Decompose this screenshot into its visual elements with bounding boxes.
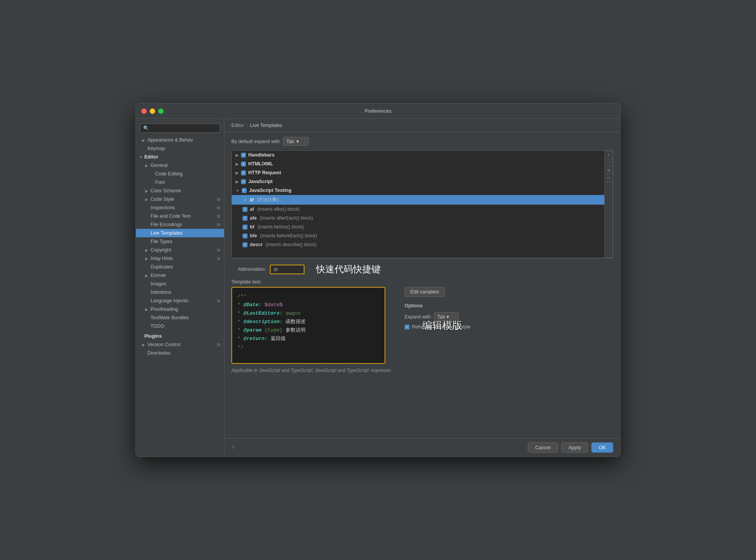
item-checkbox[interactable]: ✓ xyxy=(243,233,248,238)
breadcrumb-current: Live Templates xyxy=(250,123,282,128)
sidebar-item-file-types[interactable]: File Types xyxy=(136,237,224,246)
group-http-request[interactable]: ▶ ✓ HTTP Request xyxy=(232,168,613,177)
sidebar-item-intentions[interactable]: Intentions xyxy=(136,288,224,297)
template-item-bfe[interactable]: ✓ bfe (Inserts beforeEach() block) xyxy=(232,232,613,240)
sidebar-item-label: Editor xyxy=(144,154,158,160)
template-editor[interactable]: /** * @Date: $date$ * @LastEditors: qwgu… xyxy=(231,287,385,364)
preferences-window: Preferences 🔍 ▶ Appearance & Behav Keyma… xyxy=(135,103,621,457)
footer: ? Cancel Apply OK xyxy=(224,438,620,457)
copy-icon: ⧉ xyxy=(217,222,220,227)
expand-arrow-icon: ▶ xyxy=(236,171,239,175)
maximize-button[interactable] xyxy=(158,108,164,114)
help-icon[interactable]: ? xyxy=(231,445,234,450)
sidebar-item-label: File and Code Tem xyxy=(151,213,191,219)
item-abbr: afe xyxy=(250,215,257,221)
abbreviation-input[interactable] xyxy=(270,265,304,274)
arrow-icon xyxy=(145,231,149,235)
sidebar-item-label: Color Scheme xyxy=(151,188,181,193)
sidebar-item-editor[interactable]: ▼ Editor xyxy=(136,153,224,161)
group-html-xml[interactable]: ▶ ✓ HTML/XML xyxy=(232,160,613,168)
sidebar-item-images[interactable]: Images xyxy=(136,280,224,288)
sidebar-item-live-templates[interactable]: Live Templates xyxy=(136,229,224,237)
applicable-text: Applicable in JavaScript and TypeScript;… xyxy=(231,368,613,373)
group-checkbox[interactable]: ✓ xyxy=(241,153,246,158)
apply-button[interactable]: Apply xyxy=(561,442,589,453)
arrow-icon xyxy=(145,206,149,210)
sidebar-item-label: Intentions xyxy=(151,290,171,295)
item-checkbox[interactable]: ✓ xyxy=(243,197,248,202)
item-checkbox[interactable]: ✓ xyxy=(243,216,248,221)
expand-with-value: Tab xyxy=(286,139,294,144)
sidebar-item-label: Inlay Hints xyxy=(151,256,173,261)
remove-template-button[interactable]: − xyxy=(605,159,612,167)
group-checkbox[interactable]: ✓ xyxy=(242,188,247,193)
template-item-afe[interactable]: ✓ afe (Inserts afterEach() block) xyxy=(232,214,613,223)
template-item-descr[interactable]: ✓ descr (Inserts describe() block) xyxy=(232,240,613,249)
sidebar-item-inlay-hints[interactable]: ▶ Inlay Hints ⧉ xyxy=(136,254,224,263)
group-handlebars[interactable]: ▶ ✓ Handlebars xyxy=(232,151,613,160)
copy-icon: ⧉ xyxy=(217,256,220,261)
footer-buttons: Cancel Apply OK xyxy=(528,442,613,453)
template-list: ▶ ✓ Handlebars ▶ ✓ HTML/XML ▶ xyxy=(232,151,613,258)
sidebar-item-color-scheme[interactable]: ▶ Color Scheme xyxy=(136,187,224,195)
item-checkbox[interactable]: ✓ xyxy=(243,225,248,230)
close-button[interactable] xyxy=(141,108,147,114)
sidebar-item-duplicates[interactable]: Duplicates xyxy=(136,263,224,271)
search-box[interactable]: 🔍 xyxy=(140,123,220,133)
edit-variables-button[interactable]: Edit variables xyxy=(405,287,445,297)
item-abbr: /// xyxy=(250,197,254,203)
expand-with-dropdown[interactable]: Tab ▾ xyxy=(283,137,309,146)
template-item-method-comment[interactable]: ✓ /// (方法注释) xyxy=(232,195,613,205)
search-input[interactable] xyxy=(151,125,217,131)
sidebar-item-plugins[interactable]: Plugins xyxy=(136,332,224,340)
sidebar-item-language-injection[interactable]: Language Injectio ⧉ xyxy=(136,297,224,305)
sidebar-item-file-code-templates[interactable]: File and Code Tem ⧉ xyxy=(136,212,224,220)
group-checkbox[interactable]: ✓ xyxy=(241,179,246,184)
sidebar: 🔍 ▶ Appearance & Behav Keymap ▼ Editor ▶ xyxy=(136,119,224,457)
sidebar-item-appearance[interactable]: ▶ Appearance & Behav xyxy=(136,136,224,144)
sidebar-item-code-editing[interactable]: Code Editing xyxy=(136,170,224,178)
group-name: HTTP Request xyxy=(248,170,281,175)
expand-with-label: By default expand with xyxy=(231,139,280,144)
sidebar-item-inspections[interactable]: Inspections ⧉ xyxy=(136,203,224,212)
template-item-af[interactable]: ✓ af (Inserts after() block) xyxy=(232,205,613,214)
item-desc: (Inserts beforeEach() block) xyxy=(260,233,317,238)
sidebar-item-emmet[interactable]: ▶ Emmet xyxy=(136,271,224,280)
group-checkbox[interactable]: ✓ xyxy=(241,170,246,175)
arrow-icon xyxy=(145,223,149,227)
abbreviation-row: Abbreviation: 快速代码快捷键 xyxy=(231,263,613,275)
sidebar-item-version-control[interactable]: ▶ Version Control ⧉ xyxy=(136,340,224,349)
sidebar-item-label: Language Injectio xyxy=(151,298,189,303)
sidebar-item-keymap[interactable]: Keymap xyxy=(136,144,224,153)
add-template-button[interactable]: + xyxy=(605,151,612,159)
copy-template-button[interactable]: ⧉ xyxy=(605,167,612,174)
item-checkbox[interactable]: ✓ xyxy=(243,207,248,212)
group-javascript-testing[interactable]: ▼ ✓ JavaScript Testing xyxy=(232,186,613,195)
sidebar-item-label: TODO xyxy=(151,323,164,329)
item-checkbox[interactable]: ✓ xyxy=(243,242,248,247)
sidebar-item-general[interactable]: ▶ General xyxy=(136,161,224,170)
undo-template-button[interactable]: ↩ xyxy=(605,174,612,182)
group-checkbox[interactable]: ✓ xyxy=(241,162,246,167)
sidebar-item-copyright[interactable]: ▶ Copyright ⧉ xyxy=(136,246,224,254)
arrow-icon: ▶ xyxy=(145,248,149,252)
sidebar-item-file-encodings[interactable]: File Encodings ⧉ xyxy=(136,220,224,229)
arrow-icon xyxy=(139,334,143,338)
group-name: Handlebars xyxy=(248,152,274,158)
template-item-bf[interactable]: ✓ bf (Inserts before() block) xyxy=(232,223,613,232)
group-javascript[interactable]: ▶ ✓ JavaScript xyxy=(232,177,613,186)
sidebar-item-directories[interactable]: Directories xyxy=(136,349,224,357)
sidebar-item-proofreading[interactable]: ▶ Proofreading xyxy=(136,305,224,313)
sidebar-item-font[interactable]: Font xyxy=(136,178,224,187)
cancel-button[interactable]: Cancel xyxy=(528,442,558,453)
sidebar-item-code-style[interactable]: ▶ Code Style ⧉ xyxy=(136,195,224,203)
arrow-icon: ▶ xyxy=(145,197,149,202)
sidebar-item-textmate[interactable]: TextMate Bundles xyxy=(136,313,224,322)
sidebar-item-todo[interactable]: TODO xyxy=(136,322,224,330)
expand-arrow-icon: ▶ xyxy=(236,153,239,157)
minimize-button[interactable] xyxy=(150,108,155,114)
reformat-checkbox[interactable]: ✓ xyxy=(405,325,410,330)
ok-button[interactable]: OK xyxy=(591,442,613,453)
group-name: HTML/XML xyxy=(248,161,273,167)
sidebar-item-label: Inspections xyxy=(151,205,175,210)
